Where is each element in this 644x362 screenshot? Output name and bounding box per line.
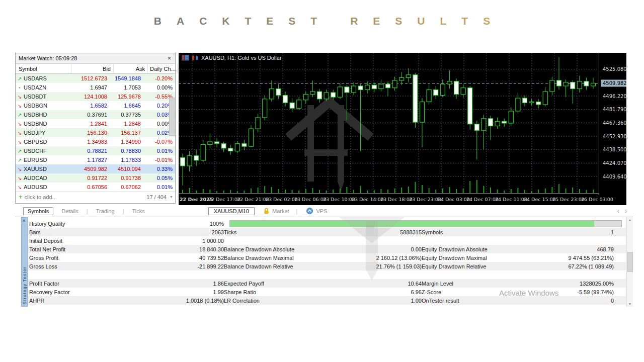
symbol-name: USDBGN [24, 103, 68, 109]
title-letter: U [417, 15, 425, 27]
candlestick-chart[interactable]: 4525.0804496.2204481.7904467.3604452.930… [179, 53, 626, 205]
market-watch-row[interactable]: ↗USDBHD0.376910.377350.03% [16, 110, 175, 119]
metric-label: Z-Score [422, 289, 547, 295]
market-watch-row[interactable]: ↗EURUSD1.178271.17833-0.01% [16, 155, 175, 164]
ask-value: 0.78830 [110, 148, 143, 154]
metric-label: Initial Deposit [29, 238, 152, 244]
metric-label: Sharpe Ratio [224, 289, 357, 295]
symbol-name: XAUUSD [24, 166, 68, 172]
tester-scrollbar[interactable]: ▲ ▼ [626, 217, 633, 307]
ask-value: 1.2848 [110, 121, 143, 127]
daily-change-value: 0.01% [143, 148, 175, 154]
tab-details[interactable]: Details [57, 208, 83, 215]
tester-results-table: History Quality100%Bars2063Ticks5888315S… [28, 219, 626, 305]
svg-text:22 Dec 21:00: 22 Dec 21:00 [237, 197, 269, 202]
market-watch-title: Market Watch: 05:09:28 [19, 55, 167, 61]
tab-chart-xauusd-m10[interactable]: XAUUSD,M10 [208, 207, 255, 215]
ask-value: 1.6645 [110, 103, 143, 109]
tester-result-row: Gross Loss-21 899.22Balance Drawdown Rel… [28, 262, 626, 270]
tester-scrollbar-thumb[interactable] [627, 252, 633, 272]
metric-value: 0 [547, 298, 614, 304]
close-icon[interactable]: × [167, 55, 172, 62]
trend-up-icon: ↗ [16, 157, 24, 163]
chart-panel[interactable]: 4525.0804496.2204481.7904467.3604452.930… [179, 53, 626, 205]
metric-value: 1.0018 (0.18%) [152, 298, 224, 304]
metric-value: 18 840.30 [152, 246, 224, 252]
close-icon[interactable]: × [23, 219, 25, 223]
metric-value: 1328025.00% [547, 281, 614, 287]
market-watch-row[interactable]: ↘XAUUSD4509.9824510.0940.33% [16, 164, 175, 173]
tab-trading[interactable]: Trading [92, 208, 119, 215]
title-letter: T [245, 15, 251, 27]
svg-text:4452.930: 4452.930 [603, 134, 626, 139]
daily-change-value: 0.01% [143, 184, 175, 190]
metric-label: History Quality [29, 221, 152, 227]
vps-button[interactable]: VPS [306, 208, 327, 214]
bid-value: 1.6947 [68, 84, 110, 90]
market-watch-row[interactable]: ↘USDJPY156.130156.1370.02% [16, 128, 175, 137]
scroll-down-icon[interactable]: ▼ [628, 302, 632, 306]
market-watch-row[interactable]: ↘USDBND1.28411.28480.00% [16, 119, 175, 128]
svg-text:24 Dec 03:00: 24 Dec 03:00 [438, 197, 470, 202]
metric-value: 40 739.52 [152, 255, 224, 261]
tester-result-row: AHPR1.0018 (0.18%)LR Correlation1.00OnTe… [28, 296, 626, 305]
title-letter: S [483, 15, 490, 27]
market-watch-row[interactable]: •USDAZN1.69471.70530.00% [16, 83, 175, 92]
bid-value: 1.6582 [68, 103, 110, 109]
title-letter: S [395, 15, 402, 27]
column-bid[interactable]: Bid [71, 64, 114, 73]
tester-result-row: Gross Profit40 739.52Balance Drawdown Ma… [28, 253, 626, 262]
metric-label: OnTester result [422, 298, 547, 304]
tester-result-row: Recovery Factor1.99Sharpe Ratio6.96Z-Sco… [28, 288, 626, 296]
metric-value: 1.86 [152, 281, 224, 287]
title-letter: T [461, 15, 468, 27]
market-watch-row[interactable]: ↘USDBGN1.65821.66450.20% [16, 101, 175, 110]
metric-label: Total Net Profit [29, 246, 152, 252]
ask-value: 156.137 [110, 130, 143, 136]
tester-result-row: History Quality100% [28, 219, 626, 228]
tester-result-row: Bars2063Ticks5888315Symbols1 [28, 228, 626, 236]
title-letter: R [350, 15, 358, 27]
ask-value: 4510.094 [110, 166, 143, 172]
ask-value: 1.34990 [110, 139, 143, 145]
chart-list-icon[interactable] [182, 55, 189, 61]
metric-label: Equity Drawdown Relative [422, 263, 547, 269]
daily-change-value: -0.07% [143, 139, 175, 145]
add-symbol-icon[interactable]: + [16, 193, 25, 201]
add-symbol-label[interactable]: click to add... [25, 194, 57, 200]
market-watch-scrollbar-thumb[interactable] [169, 98, 175, 136]
market-watch-row[interactable]: ↗USDARS1512.67231549.1848-0.20% [16, 74, 175, 83]
tester-result-row: Initial Deposit1 000.00 [28, 236, 626, 245]
scroll-down-icon[interactable]: ▼ [170, 195, 175, 199]
title-letter: S [288, 15, 295, 27]
ask-value: 0.37735 [110, 112, 143, 118]
bid-value: 0.37691 [68, 112, 110, 118]
svg-text:24 Dec 07:00: 24 Dec 07:00 [466, 197, 499, 202]
metric-value: 100% [152, 221, 224, 227]
market-watch-row[interactable]: ↘AUDUSD0.670560.670620.01% [16, 183, 175, 192]
metric-label: Symbols [422, 229, 547, 235]
market-button[interactable]: Market [264, 208, 289, 214]
svg-text:23 Dec 10:00: 23 Dec 10:00 [323, 197, 355, 202]
tab-symbols[interactable]: Symbols [23, 207, 53, 215]
column-symbol[interactable]: Symbol [16, 64, 71, 73]
market-watch-row[interactable]: ↘GBPUSD1.349831.34990-0.07% [16, 137, 175, 146]
market-watch-row[interactable]: ↗USDCHF0.788210.788300.01% [16, 146, 175, 155]
symbol-count: 17 / 404 [146, 194, 170, 200]
column-ask[interactable]: Ask [114, 64, 148, 73]
chart-type-icon[interactable] [192, 55, 199, 61]
market-watch-column-headers: Symbol Bid Ask Daily Ch... ▲ [16, 64, 175, 74]
table-spacer-row [28, 270, 626, 279]
ask-value: 0.91738 [110, 175, 143, 181]
tab-scroll-arrows[interactable]: ‹ › [617, 208, 629, 215]
market-watch-row[interactable]: ↘AUDCAD0.917220.917380.05% [16, 173, 175, 183]
tab-ticks[interactable]: Ticks [128, 208, 148, 215]
trend-flat-icon: • [16, 85, 24, 90]
metric-value: 5888315 [357, 229, 422, 235]
market-watch-row[interactable]: ↘USDBDT124.1008125.9678-0.55% [16, 92, 175, 101]
svg-text:4409.640: 4409.640 [603, 174, 626, 179]
metric-value: 0.00 [357, 246, 422, 252]
daily-change-value: 0.00% [143, 84, 175, 90]
column-daily-change[interactable]: Daily Ch... [148, 64, 178, 73]
scroll-up-icon[interactable]: ▲ [628, 218, 632, 222]
